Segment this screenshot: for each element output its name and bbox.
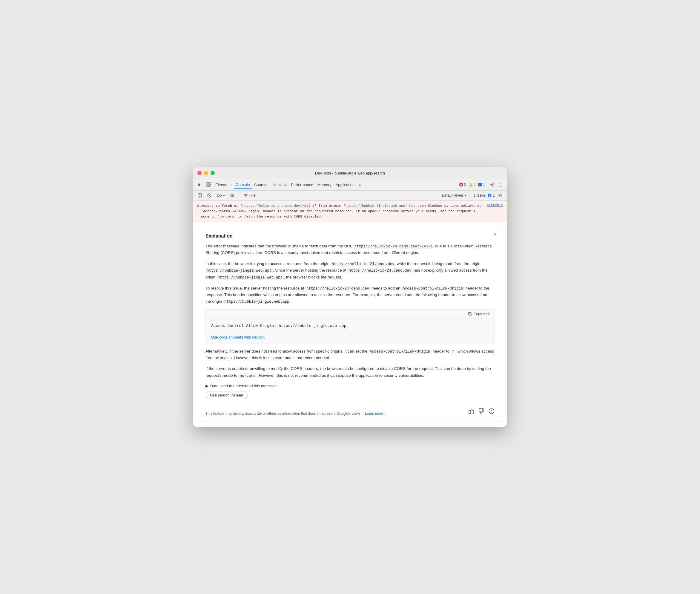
traffic-lights (198, 171, 215, 175)
svg-rect-5 (199, 185, 200, 186)
svg-point-22 (232, 195, 233, 196)
svg-text:✕: ✕ (460, 184, 462, 187)
svg-rect-2 (198, 184, 199, 185)
issues-icon: i (478, 183, 482, 187)
code-block: Copy code Access-Control-Allow-Origin: h… (206, 309, 494, 344)
titlebar: DevTools - bubble-jingle.web.app/search (193, 167, 507, 179)
copy-code-btn[interactable]: Copy code (468, 312, 491, 316)
thumbs-down-icon (479, 408, 484, 414)
minimize-traffic-light[interactable] (204, 171, 208, 175)
svg-rect-3 (199, 184, 200, 185)
svg-rect-17 (198, 194, 202, 197)
data-toggle[interactable]: ▶ Data used to understand this message (206, 384, 494, 388)
eye-btn[interactable] (228, 192, 237, 198)
close-traffic-light[interactable] (198, 171, 202, 175)
tab-sources[interactable]: Sources (252, 182, 270, 188)
console-gear-icon (498, 193, 502, 198)
issue-count-icon: i (487, 193, 492, 198)
explanation-box: Explanation × The error message indicate… (198, 227, 502, 422)
settings-btn[interactable] (488, 181, 496, 188)
explanation-para3: To resolve this issue, the server hostin… (206, 285, 494, 305)
content-area: ⊗ Access to fetch at 'https://hello-io-2… (193, 201, 507, 427)
explanation-para1: The error message indicates that the bro… (206, 243, 494, 256)
copy-icon (468, 312, 472, 316)
explanation-para2: In this case, the browser is trying to a… (206, 261, 494, 281)
para2-code2: https://bubble-jingle.web.app (206, 268, 273, 273)
error-url1-link[interactable]: https://hello-io-24.deno.dev/?lvl=1 (242, 204, 314, 208)
para1-code: https://hello-io-24.deno.dev/?lvl=1 (353, 244, 434, 249)
tab-memory[interactable]: Memory (316, 182, 333, 188)
gear-icon (490, 182, 494, 187)
cursor-icon-btn[interactable] (196, 181, 204, 188)
svg-rect-6 (207, 183, 208, 184)
cursor-icon (198, 182, 202, 187)
thumbs-down-btn[interactable] (479, 408, 484, 416)
window-title: DevTools - bubble-jingle.web.app/search (315, 171, 385, 175)
svg-rect-4 (198, 185, 199, 186)
tab-more[interactable]: » (357, 182, 362, 188)
maximize-traffic-light[interactable] (211, 171, 215, 175)
svg-rect-7 (209, 183, 211, 184)
toolbar-divider (239, 192, 239, 198)
inspect-element-btn[interactable] (205, 181, 213, 188)
sidebar-icon (198, 193, 202, 198)
para3-code3: https://bubble-jingle.web.app (223, 299, 290, 304)
issue-count[interactable]: 1 Issue: i 1 (474, 193, 495, 198)
feedback-icons (468, 408, 494, 416)
eye-icon (230, 193, 235, 198)
error-circle-icon: ✕ (459, 183, 463, 187)
explanation-para4: Alternatively, if the server does not ne… (206, 348, 494, 362)
devtools-window: DevTools - bubble-jingle.web.app/search … (193, 167, 507, 427)
error-text: Access to fetch at 'https://hello-io-24.… (201, 203, 485, 220)
svg-rect-8 (207, 185, 208, 187)
main-tabs: Elements Console Sources Network Perform… (193, 179, 507, 191)
svg-text:i: i (489, 194, 490, 198)
para2-code3: https://hello-io-24.deno.dev (347, 268, 412, 273)
svg-rect-9 (209, 185, 211, 187)
report-icon (489, 408, 494, 414)
caution-link[interactable]: Use code snippets with caution (206, 333, 494, 343)
para3-code1: https://hello-io-24.deno.dev (305, 286, 370, 291)
toolbar2-divider (470, 193, 470, 198)
learn-more-link[interactable]: Learn more (365, 411, 383, 416)
svg-text:i: i (480, 184, 481, 187)
clear-console-btn[interactable] (205, 192, 213, 198)
explanation-title: Explanation (206, 233, 494, 239)
close-explanation-btn[interactable]: × (494, 232, 497, 237)
svg-text:!: ! (470, 184, 471, 187)
sidebar-toggle-btn[interactable] (196, 192, 204, 198)
tab-performance[interactable]: Performance (289, 182, 315, 188)
svg-point-32 (491, 412, 492, 412)
error-url2-link[interactable]: https://bubble-jingle.web.app (346, 204, 405, 208)
default-levels-btn[interactable]: Default levels ▾ (442, 193, 466, 198)
thumbs-up-btn[interactable] (468, 408, 474, 416)
tab-application[interactable]: Application (334, 182, 357, 188)
error-badge[interactable]: ✕ 2 (459, 183, 466, 187)
para2-code4: https://bubble-jingle.web.app (216, 275, 284, 280)
issues-badge[interactable]: i 1 (478, 183, 485, 187)
filter-icon (244, 194, 248, 197)
svg-rect-29 (469, 313, 472, 316)
clear-icon (207, 193, 211, 198)
explanation-para5: If the server is unable or unwilling to … (206, 365, 494, 379)
svg-line-20 (208, 194, 211, 197)
para4-code2: * (451, 349, 455, 354)
use-search-btn[interactable]: Use search instead (206, 391, 248, 399)
svg-point-28 (500, 195, 501, 196)
report-btn[interactable] (489, 408, 494, 416)
code-snippet: Access-Control-Allow-Origin: https://bub… (206, 319, 494, 333)
tab-network[interactable]: Network (271, 182, 289, 188)
disclaimer-text: This feature may display inaccurate or o… (206, 411, 383, 416)
tab-elements[interactable]: Elements (213, 182, 233, 188)
error-bar: ⊗ Access to fetch at 'https://hello-io-2… (193, 201, 507, 222)
more-options-btn[interactable]: ⋮ (497, 182, 504, 188)
filter-btn[interactable]: Filter (242, 192, 259, 198)
console-settings-btn[interactable] (496, 192, 504, 198)
tab-console[interactable]: Console (234, 181, 252, 189)
disclaimer-row: This feature may display inaccurate or o… (206, 408, 494, 416)
warning-triangle-icon: ! (468, 183, 473, 187)
top-context-btn[interactable]: top ▾ (215, 192, 227, 198)
warning-badge[interactable]: ! 1 (468, 183, 476, 187)
error-source-link[interactable]: search:1 (487, 203, 503, 220)
svg-rect-0 (198, 183, 199, 184)
